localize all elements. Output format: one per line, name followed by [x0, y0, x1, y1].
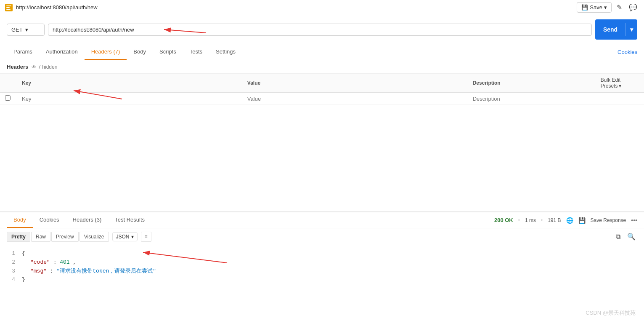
col-checkbox [0, 74, 17, 93]
method-select[interactable]: GET ▾ [7, 24, 45, 36]
copy-button[interactable]: ⧉ [614, 231, 622, 242]
request-tabs: Params Authorization Headers (7) Body Sc… [7, 44, 242, 60]
edit-button[interactable]: ✎ [615, 2, 624, 13]
method-label: GET [11, 27, 23, 33]
response-tabs-row: Body Cookies Headers (3) Test Results 20… [0, 212, 644, 228]
col-value-header: Value [242, 74, 468, 93]
description-cell [468, 93, 596, 105]
top-bar: http://localhost:8080/api/auth/new 💾 Sav… [0, 0, 644, 15]
headers-table-header-row: Key Value Description Bulk Edit Presets … [0, 74, 644, 93]
row-checkbox[interactable] [5, 95, 11, 101]
search-button[interactable]: 🔍 [625, 231, 637, 242]
response-tab-test-results[interactable]: Test Results [108, 212, 151, 228]
row-checkbox-cell [0, 93, 17, 105]
headers-title-row: Headers 👁 7 hidden [0, 60, 644, 74]
tab-tests[interactable]: Tests [183, 44, 209, 60]
request-bar: GET ▾ Send ▾ [0, 15, 644, 44]
tab-settings[interactable]: Settings [209, 44, 242, 60]
tab-body[interactable]: Body [127, 44, 153, 60]
headers-title: Headers [7, 64, 28, 70]
send-label: Send [595, 23, 625, 36]
status-ok-badge: 200 OK [494, 217, 513, 223]
code-val-3: "请求没有携带token，请登录后在尝试" [56, 268, 156, 274]
send-button[interactable]: Send ▾ [595, 19, 637, 40]
row-actions-cell [596, 93, 644, 105]
presets-label: Presets [601, 83, 618, 89]
watermark: CSDN @景天科技苑 [586, 309, 636, 317]
svg-rect-1 [6, 7, 10, 8]
table-row [0, 93, 644, 105]
cookies-link[interactable]: Cookies [617, 49, 637, 55]
line-num-2: 2 [7, 258, 15, 267]
save-icon: 💾 [581, 4, 588, 11]
save-response-label[interactable]: Save Response [591, 217, 626, 223]
code-colon-3: : [50, 268, 57, 274]
response-tab-headers[interactable]: Headers (3) [66, 212, 109, 228]
tab-params[interactable]: Params [7, 44, 39, 60]
top-bar-left: http://localhost:8080/api/auth/new [5, 4, 98, 11]
headers-section: Headers 👁 7 hidden Key Value Description… [0, 60, 644, 105]
url-input[interactable] [48, 24, 592, 36]
tab-headers[interactable]: Headers (7) [85, 44, 127, 60]
top-bar-right: 💾 Save ▾ ✎ 💬 [577, 2, 639, 13]
value-input[interactable] [247, 96, 463, 102]
globe-icon[interactable]: 🌐 [566, 217, 573, 224]
tab-scripts[interactable]: Scripts [153, 44, 183, 60]
format-label: JSON [116, 234, 130, 240]
response-tab-body[interactable]: Body [7, 212, 33, 228]
response-size: 191 B [548, 217, 561, 223]
hidden-count: 7 hidden [38, 64, 57, 70]
code-val-2: 401 [60, 259, 69, 265]
format-dropdown-icon: ▾ [131, 234, 134, 240]
line-num-1: 1 [7, 249, 15, 258]
view-visualize-button[interactable]: Visualize [80, 232, 109, 242]
code-key-2: "code" [30, 259, 50, 265]
code-line-2: 2 "code" : 401 , [7, 258, 637, 267]
presets-dropdown-icon: ▾ [619, 83, 621, 89]
view-buttons: Pretty Raw Preview Visualize [7, 232, 109, 242]
request-tabs-row: Params Authorization Headers (7) Body Sc… [0, 44, 644, 60]
headers-table: Key Value Description Bulk Edit Presets … [0, 74, 644, 105]
view-preview-button[interactable]: Preview [51, 232, 79, 242]
send-dropdown-icon: ▾ [625, 23, 637, 36]
code-line-3: 3 "msg" : "请求没有携带token，请登录后在尝试" [7, 267, 637, 276]
method-dropdown-icon: ▾ [25, 27, 28, 33]
code-area: 1 { 2 "code" : 401 , 3 "msg" : "请求没有携带 [0, 245, 644, 289]
tab-authorization[interactable]: Authorization [39, 44, 85, 60]
more-options-icon[interactable]: ••• [631, 217, 637, 224]
presets-button[interactable]: Presets ▾ [601, 83, 621, 89]
response-tabs: Body Cookies Headers (3) Test Results [7, 212, 151, 228]
top-bar-url: http://localhost:8080/api/auth/new [16, 4, 98, 11]
response-status: 200 OK • 1 ms • 191 B 🌐 💾 Save Response … [494, 214, 637, 227]
save-label: Save [590, 4, 602, 11]
hidden-badge: 👁 7 hidden [32, 64, 57, 70]
response-section: Body Cookies Headers (3) Test Results 20… [0, 211, 644, 321]
wrap-button[interactable]: ≡ [141, 232, 151, 242]
description-input[interactable] [473, 96, 591, 102]
line-num-4: 4 [7, 276, 15, 284]
response-tab-cookies[interactable]: Cookies [33, 212, 66, 228]
format-select[interactable]: JSON ▾ [112, 232, 138, 241]
bulk-edit-button[interactable]: Bulk Edit [601, 77, 620, 83]
code-colon-2: : [53, 259, 60, 265]
response-toolbar: Pretty Raw Preview Visualize JSON ▾ ≡ ⧉ … [0, 228, 644, 245]
view-pretty-button[interactable]: Pretty [7, 232, 30, 242]
response-time: 1 ms [525, 217, 536, 223]
tab-icon [5, 4, 13, 11]
code-line-4: 4 } [7, 276, 637, 284]
save-response-icon[interactable]: 💾 [578, 217, 586, 224]
key-cell [17, 93, 242, 105]
view-raw-button[interactable]: Raw [31, 232, 50, 242]
svg-rect-0 [6, 5, 11, 6]
chat-button[interactable]: 💬 [627, 2, 639, 13]
col-actions-header: Bulk Edit Presets ▾ [596, 74, 644, 93]
line-num-3: 3 [7, 267, 15, 276]
col-key-header: Key [17, 74, 242, 93]
code-key-3: "msg" [30, 268, 47, 274]
main-container: http://localhost:8080/api/auth/new 💾 Sav… [0, 0, 644, 321]
save-button[interactable]: 💾 Save ▾ [577, 2, 612, 13]
line-content-3: "msg" : "请求没有携带token，请登录后在尝试" [22, 267, 156, 276]
key-input[interactable] [22, 96, 237, 102]
col-description-header: Description [468, 74, 596, 93]
svg-rect-2 [6, 9, 11, 10]
